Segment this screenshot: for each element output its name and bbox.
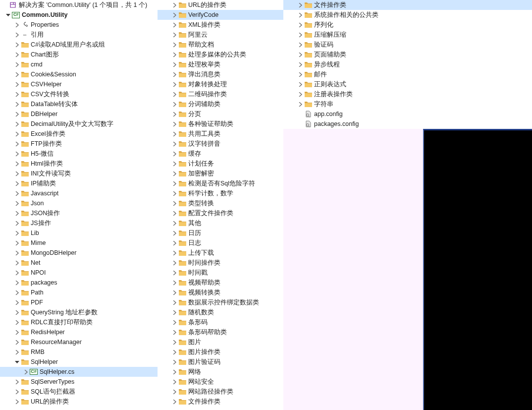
expand-icon[interactable] xyxy=(171,22,177,28)
expand-icon[interactable] xyxy=(297,61,303,67)
tree-node[interactable]: 缓存 xyxy=(158,149,283,159)
expand-icon[interactable] xyxy=(297,42,303,48)
expand-icon[interactable] xyxy=(14,280,20,286)
expand-icon[interactable] xyxy=(14,250,20,256)
tree-node[interactable]: 各种验证帮助类 xyxy=(158,119,283,129)
tree-node[interactable]: 网站路径操作类 xyxy=(158,387,283,397)
expand-icon[interactable] xyxy=(14,22,20,28)
expand-icon[interactable] xyxy=(171,309,177,315)
expand-icon[interactable] xyxy=(171,190,177,196)
expand-icon[interactable] xyxy=(171,210,177,216)
expand-icon[interactable] xyxy=(14,309,20,315)
tree-node[interactable]: 页面辅助类 xyxy=(283,50,532,59)
tree-node[interactable]: 图片 xyxy=(158,337,283,347)
tree-node[interactable]: 网络 xyxy=(158,367,283,377)
expand-icon[interactable] xyxy=(14,349,20,355)
expand-icon[interactable] xyxy=(14,339,20,345)
tree-node[interactable]: JSON操作 xyxy=(0,208,158,218)
expand-icon[interactable] xyxy=(14,190,20,196)
expand-icon[interactable] xyxy=(14,319,20,325)
tree-node[interactable]: PDF xyxy=(0,297,158,307)
tree-node[interactable]: 视频转换类 xyxy=(158,288,283,297)
tree-node[interactable]: cmd xyxy=(0,59,158,69)
expand-icon[interactable] xyxy=(171,200,177,206)
tree-node[interactable]: Cookie&Session xyxy=(0,69,158,79)
expand-icon[interactable] xyxy=(14,230,20,236)
tree-node[interactable]: Excel操作类 xyxy=(0,129,158,139)
tree-node[interactable]: C#SqlHelper.cs xyxy=(0,367,158,377)
tree-node[interactable]: 科学计数，数学 xyxy=(158,188,283,198)
expand-icon[interactable] xyxy=(171,121,177,127)
expand-icon[interactable] xyxy=(171,399,177,405)
tree-node[interactable]: INI文件读写类 xyxy=(0,169,158,178)
tree-node[interactable]: RMB xyxy=(0,347,158,357)
tree-node[interactable]: 时间戳 xyxy=(158,268,283,278)
expand-icon[interactable] xyxy=(297,2,303,8)
expand-icon[interactable] xyxy=(14,379,20,385)
tree-node[interactable]: 视频帮助类 xyxy=(158,278,283,288)
expand-icon[interactable] xyxy=(171,319,177,325)
expand-icon[interactable] xyxy=(171,329,177,335)
tree-node[interactable]: ResourceManager xyxy=(0,337,158,347)
expand-icon[interactable] xyxy=(171,280,177,286)
tree-node[interactable]: 其他 xyxy=(158,218,283,228)
expand-icon[interactable] xyxy=(14,270,20,276)
tree-node[interactable]: Html操作类 xyxy=(0,159,158,169)
tree-node[interactable]: 异步线程 xyxy=(283,59,532,69)
expand-icon[interactable] xyxy=(171,161,177,167)
tree-node[interactable]: 日历 xyxy=(158,228,283,238)
tree-node[interactable]: CSV文件转换 xyxy=(0,89,158,99)
tree-node[interactable]: SqlServerTypes xyxy=(0,377,158,387)
tree-node[interactable]: 类型转换 xyxy=(158,198,283,208)
tree-node[interactable]: 网站安全 xyxy=(158,377,283,387)
tree-node[interactable]: 加密解密 xyxy=(158,169,283,178)
tree-node[interactable]: 系统操作相关的公共类 xyxy=(283,10,532,20)
tree-node[interactable]: 数据展示控件绑定数据类 xyxy=(158,297,283,307)
expand-icon[interactable] xyxy=(14,71,20,77)
expand-icon[interactable] xyxy=(14,359,20,365)
tree-node[interactable]: packages xyxy=(0,278,158,288)
tree-node[interactable]: 正则表达式 xyxy=(283,79,532,89)
tree-node[interactable]: 弹出消息类 xyxy=(158,69,283,79)
tree-node[interactable]: 序列化 xyxy=(283,20,532,30)
tree-node[interactable]: Javascript xyxy=(0,188,158,198)
expand-icon[interactable] xyxy=(14,240,20,246)
tree-node[interactable]: Lib xyxy=(0,228,158,238)
expand-icon[interactable] xyxy=(171,260,177,266)
tree-node[interactable]: 阿里云 xyxy=(158,30,283,40)
expand-icon[interactable] xyxy=(5,12,11,18)
tree-node[interactable]: 图片操作类 xyxy=(158,347,283,357)
tree-node[interactable]: H5-微信 xyxy=(0,149,158,159)
tree-node[interactable]: 帮助文档 xyxy=(158,40,283,50)
tree-node[interactable]: 分词辅助类 xyxy=(158,99,283,109)
tree-node[interactable]: 图片验证码 xyxy=(158,357,283,367)
expand-icon[interactable] xyxy=(171,299,177,305)
expand-icon[interactable] xyxy=(297,32,303,38)
tree-node[interactable]: Json xyxy=(0,198,158,208)
tree-node[interactable]: CSVHelper xyxy=(0,79,158,89)
expand-icon[interactable] xyxy=(171,32,177,38)
tree-node[interactable]: Mime xyxy=(0,238,158,248)
expand-icon[interactable] xyxy=(14,171,20,176)
tree-node[interactable]: 条形码帮助类 xyxy=(158,327,283,337)
expand-icon[interactable] xyxy=(14,101,20,107)
expand-icon[interactable] xyxy=(14,180,20,186)
expand-icon[interactable] xyxy=(14,299,20,305)
expand-icon[interactable] xyxy=(171,91,177,97)
expand-icon[interactable] xyxy=(297,12,303,18)
expand-icon[interactable] xyxy=(171,61,177,67)
expand-icon[interactable] xyxy=(171,369,177,375)
expand-icon[interactable] xyxy=(297,22,303,28)
tree-node[interactable]: DBHelper xyxy=(0,109,158,119)
expand-icon[interactable] xyxy=(14,220,20,226)
tree-node[interactable]: packages.config xyxy=(283,119,532,129)
tree-node[interactable]: XML操作类 xyxy=(158,20,283,30)
tree-node[interactable]: SqlHelper xyxy=(0,357,158,367)
tree-node[interactable]: 日志 xyxy=(158,238,283,248)
expand-icon[interactable] xyxy=(14,200,20,206)
tree-node[interactable]: 上传下载 xyxy=(158,248,283,258)
expand-icon[interactable] xyxy=(14,61,20,67)
expand-icon[interactable] xyxy=(171,349,177,355)
expand-icon[interactable] xyxy=(171,131,177,137)
expand-icon[interactable] xyxy=(297,81,303,87)
